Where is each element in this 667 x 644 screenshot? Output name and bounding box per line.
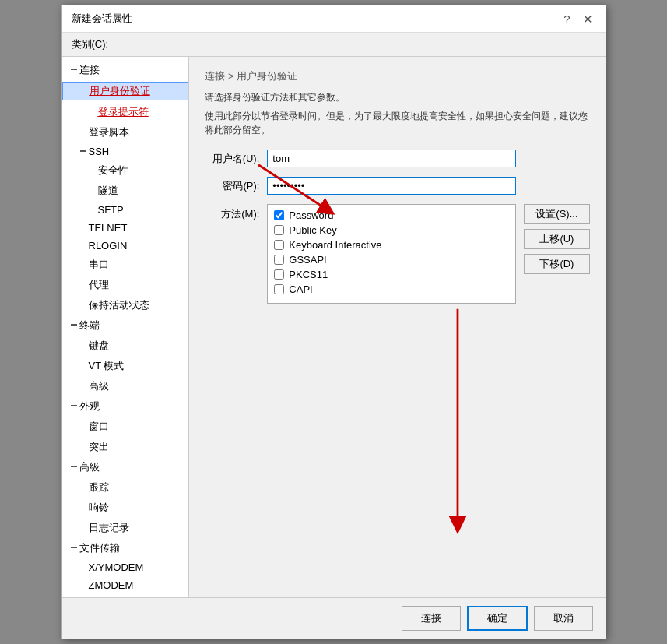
connect-button[interactable]: 连接 [402, 606, 461, 631]
sidebar-item-proxy[interactable]: 代理 [62, 275, 189, 295]
sidebar-item-label: RLOGIN [89, 240, 128, 252]
sidebar-item-label: 高级 [89, 379, 109, 393]
settings-button[interactable]: 设置(S)... [524, 204, 589, 224]
sidebar-item-label: 登录提示符 [98, 105, 149, 119]
sidebar-item-label: 突出 [89, 440, 109, 454]
sidebar-item-advanced[interactable]: 高级 [62, 376, 189, 396]
sidebar-item-label: ZMODEM [89, 579, 134, 591]
sidebar-item-serial[interactable]: 串口 [62, 255, 189, 275]
sidebar-item-filetransfer[interactable]: 文件传输 [62, 538, 189, 558]
sidebar-item-label: X/YMODEM [89, 561, 144, 573]
method-checkbox-keyboard[interactable] [274, 240, 284, 250]
sidebar-item-label: SFTP [98, 204, 124, 216]
svg-rect-0 [71, 69, 77, 70]
sidebar-item-appearance[interactable]: 外观 [62, 396, 189, 417]
svg-rect-1 [80, 150, 86, 152]
up-button[interactable]: 上移(U) [524, 229, 589, 249]
content-panel: 连接 > 用户身份验证 请选择身份验证方法和其它参数。 使用此部分以节省登录时间… [189, 57, 605, 597]
footer: 连接 确定 取消 [62, 597, 606, 639]
cancel-button[interactable]: 取消 [534, 606, 593, 631]
method-item-password[interactable]: Password [274, 209, 509, 221]
sidebar-item-label: 跟踪 [89, 480, 109, 494]
method-label-keyboard: Keyboard Interactive [289, 239, 381, 251]
sidebar-item-script[interactable]: 登录脚本 [62, 122, 189, 143]
sidebar-item-telnet[interactable]: TELNET [62, 219, 189, 237]
help-button[interactable]: ? [560, 13, 573, 25]
sidebar-item-keyboard[interactable]: 键盘 [62, 336, 189, 356]
down-button[interactable]: 下移(D) [524, 254, 589, 274]
expander-icon [68, 65, 79, 75]
sidebar-item-label: 用户身份验证 [90, 84, 150, 98]
sidebar-item-label: 隧道 [98, 184, 118, 198]
sidebar-item-tunnel[interactable]: 隧道 [62, 181, 189, 201]
method-box: PasswordPublic KeyKeyboard InteractiveGS… [267, 204, 516, 304]
username-row: 用户名(U): [205, 150, 589, 167]
svg-rect-2 [71, 324, 77, 326]
method-item-pkcs11[interactable]: PKCS11 [274, 269, 509, 280]
sidebar-item-terminal[interactable]: 终端 [62, 315, 189, 336]
ok-button[interactable]: 确定 [467, 606, 528, 631]
sidebar-item-advanced2[interactable]: 高级 [62, 457, 189, 477]
username-label: 用户名(U): [205, 152, 267, 166]
sidebar-item-keepalive[interactable]: 保持活动状态 [62, 295, 189, 315]
method-item-pubkey[interactable]: Public Key [274, 224, 509, 236]
sidebar-item-label: 保持活动状态 [89, 298, 149, 312]
title-bar-buttons: ? ✕ [560, 13, 595, 25]
sidebar-item-label: 文件传输 [79, 541, 120, 555]
method-item-keyboard[interactable]: Keyboard Interactive [274, 239, 509, 251]
desc-text-2: 使用此部分以节省登录时间。但是，为了最大限度地提高安全性，如果担心安全问题，建议… [205, 109, 589, 137]
password-row: 密码(P): [205, 177, 589, 195]
password-label: 密码(P): [205, 179, 267, 193]
sidebar-item-zmodem[interactable]: ZMODEM [62, 576, 189, 594]
username-input[interactable] [267, 150, 516, 167]
sidebar-item-label: 串口 [89, 258, 109, 272]
sidebar-item-label: 登录脚本 [89, 125, 129, 139]
password-input[interactable] [267, 177, 516, 195]
close-button[interactable]: ✕ [580, 13, 596, 25]
method-checkbox-gssapi[interactable] [274, 255, 284, 265]
main-body: 连接用户身份验证登录提示符登录脚本SSH安全性隧道SFTPTELNETRLOGI… [62, 56, 606, 597]
sidebar-item-label: 安全性 [98, 164, 128, 178]
sidebar-item-ssh[interactable]: SSH [62, 143, 189, 160]
dialog: 新建会话属性 ? ✕ 类别(C): 连接用户身份验证登录提示符登录脚本SSH安全… [61, 5, 606, 639]
svg-rect-5 [71, 547, 77, 548]
expander-icon [78, 147, 89, 157]
sidebar-item-label: 代理 [89, 278, 109, 292]
sidebar-item-trace[interactable]: 跟踪 [62, 477, 189, 498]
sidebar-item-highlight[interactable]: 突出 [62, 437, 189, 457]
expander-icon [68, 544, 79, 553]
dialog-title: 新建会话属性 [72, 12, 132, 26]
sidebar-item-xymodem[interactable]: X/YMODEM [62, 558, 189, 576]
method-checkbox-pkcs11[interactable] [274, 269, 284, 280]
arrows-overlay [189, 57, 605, 597]
sidebar-item-conn[interactable]: 连接 [62, 60, 189, 80]
category-label: 类别(C): [62, 33, 606, 56]
sidebar-item-auth[interactable]: 用户身份验证 [62, 80, 189, 102]
sidebar-item-label: SSH [89, 146, 110, 157]
svg-rect-3 [71, 405, 77, 406]
expander-icon [68, 321, 79, 330]
method-checkbox-capi[interactable] [274, 284, 284, 294]
breadcrumb: 连接 > 用户身份验证 [205, 69, 589, 83]
method-item-gssapi[interactable]: GSSAPI [274, 254, 509, 266]
sidebar-item-log[interactable]: 日志记录 [62, 518, 189, 538]
sidebar-item-bell[interactable]: 响铃 [62, 498, 189, 518]
sidebar-item-login[interactable]: 登录提示符 [62, 102, 189, 122]
method-item-capi[interactable]: CAPI [274, 283, 509, 295]
expander-icon [68, 463, 79, 472]
method-checkbox-pubkey[interactable] [274, 225, 284, 235]
method-checkbox-password[interactable] [274, 210, 284, 220]
sidebar-item-sftp[interactable]: SFTP [62, 201, 189, 219]
desc-text-1: 请选择身份验证方法和其它参数。 [205, 91, 589, 104]
method-label-gssapi: GSSAPI [289, 254, 326, 266]
svg-rect-4 [71, 466, 77, 467]
sidebar-item-security[interactable]: 安全性 [62, 160, 189, 181]
sidebar-item-label: 响铃 [89, 501, 109, 515]
method-label-pubkey: Public Key [289, 224, 336, 236]
method-label-capi: CAPI [289, 283, 312, 295]
sidebar-item-vt[interactable]: VT 模式 [62, 356, 189, 376]
sidebar-item-rlogin[interactable]: RLOGIN [62, 237, 189, 255]
sidebar-item-window[interactable]: 窗口 [62, 417, 189, 437]
sidebar-item-label: 键盘 [89, 339, 109, 353]
sidebar-item-label: VT 模式 [89, 359, 125, 373]
